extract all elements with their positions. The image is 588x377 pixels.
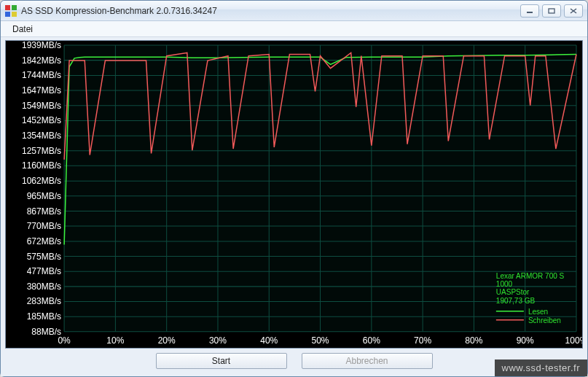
- svg-text:50%: 50%: [312, 335, 329, 346]
- maximize-icon: [548, 8, 555, 14]
- svg-text:1549MB/s: 1549MB/s: [22, 101, 61, 111]
- menu-datei[interactable]: Datei: [8, 23, 37, 36]
- svg-text:1257MB/s: 1257MB/s: [22, 146, 61, 156]
- close-button[interactable]: [564, 4, 583, 18]
- svg-text:283MB/s: 283MB/s: [27, 296, 61, 306]
- maximize-button[interactable]: [542, 4, 561, 18]
- svg-text:1744MB/s: 1744MB/s: [22, 70, 61, 80]
- app-icon: [5, 5, 17, 17]
- svg-text:1354MB/s: 1354MB/s: [22, 131, 61, 141]
- svg-text:100%: 100%: [565, 335, 582, 346]
- watermark: www.ssd-tester.fr: [495, 359, 587, 376]
- legend-driver: UASPStor: [496, 288, 530, 296]
- legend-device: Lexar ARMOR 700 S: [496, 272, 565, 280]
- window-title: AS SSD Kompression-Benchmark 2.0.7316.34…: [21, 6, 217, 16]
- svg-text:770MB/s: 770MB/s: [27, 221, 61, 231]
- svg-text:80%: 80%: [465, 335, 482, 346]
- svg-text:20%: 20%: [158, 335, 176, 346]
- svg-text:1939MB/s: 1939MB/s: [22, 41, 61, 50]
- svg-text:1452MB/s: 1452MB/s: [22, 115, 61, 125]
- window-controls: [520, 4, 583, 18]
- svg-text:965MB/s: 965MB/s: [27, 191, 61, 201]
- svg-text:672MB/s: 672MB/s: [27, 236, 61, 246]
- application-window: AS SSD Kompression-Benchmark 2.0.7316.34…: [0, 0, 588, 377]
- legend-write-label: Schreiben: [528, 316, 561, 324]
- minimize-button[interactable]: [520, 4, 539, 18]
- svg-text:185MB/s: 185MB/s: [27, 311, 61, 322]
- legend-read-label: Lesen: [528, 308, 548, 316]
- content-area: 88MB/s185MB/s283MB/s380MB/s477MB/s575MB/…: [1, 37, 587, 376]
- svg-text:1647MB/s: 1647MB/s: [22, 85, 61, 96]
- svg-text:575MB/s: 575MB/s: [27, 251, 61, 261]
- svg-text:10%: 10%: [106, 335, 124, 346]
- svg-text:70%: 70%: [414, 335, 431, 346]
- titlebar[interactable]: AS SSD Kompression-Benchmark 2.0.7316.34…: [1, 1, 587, 21]
- svg-text:60%: 60%: [363, 335, 380, 346]
- menubar: Datei: [1, 21, 587, 37]
- svg-text:40%: 40%: [260, 335, 278, 346]
- svg-text:1062MB/s: 1062MB/s: [22, 176, 61, 186]
- chart-legend: Lexar ARMOR 700 S 1000 UASPStor 1907,73 …: [495, 270, 581, 332]
- svg-text:90%: 90%: [517, 335, 534, 346]
- start-button[interactable]: Start: [156, 353, 287, 369]
- minimize-icon: [526, 8, 533, 14]
- svg-text:30%: 30%: [209, 335, 227, 346]
- svg-text:88MB/s: 88MB/s: [31, 327, 61, 337]
- svg-text:867MB/s: 867MB/s: [27, 206, 61, 217]
- svg-text:380MB/s: 380MB/s: [27, 281, 61, 292]
- close-icon: [570, 8, 577, 14]
- chart-panel: 88MB/s185MB/s283MB/s380MB/s477MB/s575MB/…: [5, 40, 583, 349]
- abort-button: Abbrechen: [302, 353, 433, 369]
- legend-capacity: 1907,73 GB: [496, 297, 536, 305]
- svg-text:477MB/s: 477MB/s: [27, 266, 61, 276]
- compression-chart: 88MB/s185MB/s283MB/s380MB/s477MB/s575MB/…: [6, 41, 582, 348]
- svg-rect-1: [549, 9, 554, 13]
- svg-text:1842MB/s: 1842MB/s: [22, 55, 61, 66]
- svg-text:1160MB/s: 1160MB/s: [22, 160, 61, 171]
- legend-firmware: 1000: [496, 280, 513, 288]
- svg-text:0%: 0%: [58, 335, 71, 346]
